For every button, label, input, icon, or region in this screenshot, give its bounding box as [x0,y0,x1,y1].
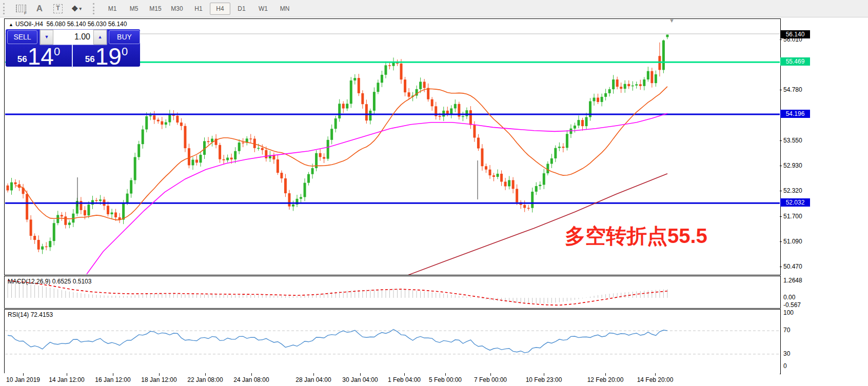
price-tick-label: 53.550 [783,137,802,144]
time-label: 16 Jan 12:00 [95,376,130,383]
buy-price-pip: 0 [122,45,128,58]
one-click-trading-panel: SELL ▼ ▲ BUY 56 14 0 56 19 0 [6,29,140,67]
chart-title: USOil-,H4 [15,21,43,28]
sell-price-pip: 0 [54,45,60,58]
price-tick [780,166,782,166]
price-tick [780,267,782,267]
rsi-panel[interactable]: RSI(14) 72.4153 [4,309,781,374]
macd-panel[interactable]: MACD(12,26,9) 0.6525 0.5103 [4,276,781,309]
time-tick [360,373,361,376]
volume-increase-button[interactable]: ▲ [93,30,107,45]
macd-axis[interactable]: 1.26480.00-0.567 [780,276,868,308]
timeframe-button-w1[interactable]: W1 [253,3,273,15]
time-tick [159,373,160,376]
time-label: 1 Feb 04:00 [388,376,421,383]
time-tick [544,373,544,376]
time-tick [605,373,606,376]
time-tick [313,373,314,376]
price-tick-label: 52.320 [783,187,802,194]
time-label: 14 Jan 12:00 [49,376,84,383]
time-label: 12 Feb 20:00 [587,376,624,383]
price-tick [780,90,782,90]
price-tick [780,216,782,217]
macd-axis-label: 0.00 [783,294,795,301]
time-label: 7 Feb 00:00 [474,376,507,383]
sell-price-handle: 56 [17,54,27,65]
template-f-icon[interactable]: F [14,3,28,15]
time-tick [445,373,446,376]
price-tick-label: 52.930 [783,162,802,169]
collapse-triangle-icon[interactable]: ▲ [9,22,13,27]
time-label: 10 Feb 23:00 [526,376,562,383]
timeframe-button-mn[interactable]: MN [274,3,295,15]
sell-price-big: 14 [28,47,54,67]
font-a-icon[interactable]: A [33,3,46,15]
timeframe-button-m1[interactable]: M1 [102,3,123,15]
rsi-chart[interactable] [5,310,780,374]
toolbar-separator [93,3,97,14]
sell-price-display[interactable]: 56 14 0 [6,45,73,68]
main-chart-panel[interactable]: ▲USOil-,H4 56.080 56.140 56.030 56.140 S… [4,18,781,275]
price-axis[interactable]: 56.01054.78053.55052.93052.32051.70051.0… [780,18,868,274]
time-tick [490,373,491,376]
dropdown-caret-icon[interactable]: ▾ [79,6,82,11]
time-label: 14 Feb 20:00 [637,376,674,383]
buy-button[interactable]: BUY [109,30,140,44]
rsi-axis-label: 0 [783,362,787,370]
time-tick [67,373,67,376]
volume-spinner: ▼ ▲ [40,29,107,45]
timeframe-button-h4[interactable]: H4 [210,3,230,15]
price-tick-label: 51.700 [783,213,802,220]
volume-input[interactable] [53,30,93,44]
time-label: 18 Jan 12:00 [141,376,176,383]
text-label-icon[interactable]: T [51,3,65,15]
rsi-axis-label: 30 [783,350,790,357]
time-tick [23,373,24,376]
toolbar-drag-handle[interactable] [3,3,8,14]
chart-annotation-text: 多空转折点55.5 [565,222,707,250]
chart-ohlc-values: 56.080 56.140 56.030 56.140 [47,21,127,28]
timeframe-button-m15[interactable]: M15 [145,3,166,15]
macd-axis-label: -0.567 [783,301,801,309]
price-tick-label: 50.470 [783,263,802,270]
trade-controls-row: SELL ▼ ▲ BUY [6,29,140,45]
timeframe-button-m30[interactable]: M30 [167,3,187,15]
time-label: 30 Jan 04:00 [342,376,378,383]
time-label: 10 Jan 2019 [6,376,40,383]
time-label: 28 Jan 04:00 [295,376,331,383]
price-badge-54.196: 54.196 [780,110,810,118]
macd-chart[interactable] [5,276,780,308]
rsi-axis-label: 100 [783,309,794,316]
time-label: 5 Feb 00:00 [429,376,462,383]
time-tick [113,373,113,376]
time-label: 24 Jan 08:00 [233,376,269,383]
macd-label: MACD(12,26,9) 0.6525 0.5103 [8,278,91,285]
price-badge-52.032: 52.032 [780,198,810,207]
sell-button[interactable]: SELL [7,30,37,44]
timeframe-button-d1[interactable]: D1 [231,3,252,15]
buy-price-display[interactable]: 56 19 0 [73,45,140,68]
arrow-objects-glyph: ❖ [71,4,78,13]
rsi-axis[interactable]: 10070300 [780,309,868,373]
chart-title-row: ▲USOil-,H4 56.080 56.140 56.030 56.140 [9,21,127,28]
rsi-axis-label: 70 [783,327,790,334]
mt4-window: { "toolbar":{ "icons":[ {"name":"custom-… [0,0,868,386]
volume-decrease-button[interactable]: ▼ [40,30,53,45]
time-tick [404,373,405,376]
time-tick [251,373,252,376]
buy-price-handle: 56 [85,54,95,65]
timeframe-bar: M1M5M15M30H1H4D1W1MN [102,3,295,15]
arrow-objects-icon[interactable]: ❖ ▾ [70,3,83,15]
timeframe-button-h1[interactable]: H1 [188,3,209,15]
price-tick [780,140,782,141]
price-tick [780,241,782,242]
price-badge-56.140: 56.140 [780,30,810,38]
price-tick [780,191,782,191]
price-badge-55.469: 55.469 [780,57,810,66]
text-label-glyph: T [53,4,63,13]
time-tick [205,373,206,376]
chart-shift-marker-icon[interactable]: ▼ [669,17,675,24]
time-tick [655,373,656,376]
time-axis[interactable]: 10 Jan 201914 Jan 12:0016 Jan 12:0018 Ja… [4,373,780,386]
timeframe-button-m5[interactable]: M5 [124,3,144,15]
